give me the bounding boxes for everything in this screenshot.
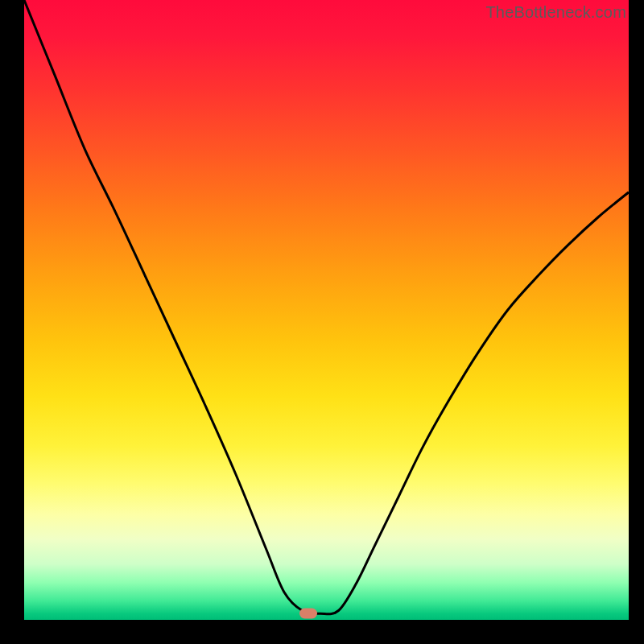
watermark-label: TheBottleneck.com — [485, 3, 626, 22]
plot-area — [24, 0, 629, 620]
bottleneck-curve — [24, 0, 629, 620]
optimum-marker — [299, 609, 317, 619]
chart-frame: TheBottleneck.com — [0, 0, 644, 644]
